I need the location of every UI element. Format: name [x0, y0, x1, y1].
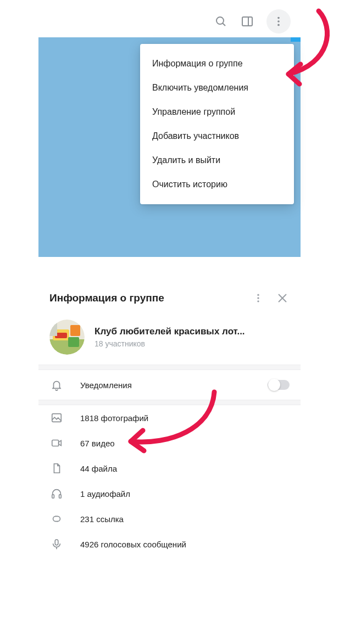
svg-rect-23: [59, 495, 62, 498]
group-info-panel: Информация о группе: [38, 279, 301, 557]
media-row-voice[interactable]: 4926 голосовых сообщений: [38, 531, 301, 557]
group-info-header: Информация о группе: [38, 279, 301, 313]
group-name: Клуб любителей красивых лот...: [95, 326, 245, 337]
svg-point-7: [257, 294, 259, 296]
svg-rect-14: [49, 339, 85, 355]
svg-rect-17: [68, 337, 79, 347]
section-divider: [38, 365, 301, 370]
menu-item-manage-group[interactable]: Управление группой: [140, 100, 294, 124]
svg-rect-21: [52, 440, 59, 446]
svg-rect-24: [55, 540, 58, 545]
media-audio-label: 1 аудиофайл: [80, 489, 290, 499]
search-icon[interactable]: [214, 14, 228, 29]
annotation-arrow-2: [110, 382, 225, 459]
media-row-audio[interactable]: 1 аудиофайл: [38, 481, 301, 506]
menu-item-group-info[interactable]: Информация о группе: [140, 52, 294, 76]
image-icon: [49, 411, 64, 425]
menu-item-delete-and-leave[interactable]: Удалить и выйти: [140, 148, 294, 172]
menu-item-enable-notifications[interactable]: Включить уведомления: [140, 76, 294, 100]
svg-line-1: [223, 23, 225, 26]
svg-point-0: [216, 17, 224, 24]
sidebar-toggle-icon[interactable]: [240, 14, 254, 29]
media-links-label: 231 ссылка: [80, 514, 290, 524]
group-avatar[interactable]: [49, 320, 85, 355]
svg-rect-2: [242, 17, 252, 26]
media-row-links[interactable]: 231 ссылка: [38, 506, 301, 531]
annotation-arrow-1: [272, 3, 338, 88]
close-icon[interactable]: [273, 289, 292, 307]
svg-point-8: [257, 297, 259, 299]
link-icon: [49, 512, 64, 526]
svg-point-9: [257, 300, 259, 302]
chat-toolbar: [38, 5, 301, 37]
group-summary-row: Клуб любителей красивых лот... 18 участн…: [38, 313, 301, 365]
media-voice-label: 4926 голосовых сообщений: [80, 540, 290, 549]
media-row-files[interactable]: 44 файла: [38, 456, 301, 481]
chat-header-panel: Информация о группе Включить уведомления…: [38, 5, 301, 257]
headphones-icon: [49, 486, 64, 501]
svg-rect-22: [52, 495, 54, 498]
notifications-toggle[interactable]: [268, 380, 290, 390]
microphone-icon: [49, 537, 64, 551]
menu-item-add-members[interactable]: Добавить участников: [140, 124, 294, 148]
bell-icon: [49, 378, 64, 392]
group-info-title: Информация о группе: [49, 292, 243, 304]
menu-item-clear-history[interactable]: Очистить историю: [140, 172, 294, 197]
media-files-label: 44 файла: [80, 464, 290, 473]
svg-rect-19: [49, 320, 57, 336]
more-icon[interactable]: [249, 289, 268, 307]
svg-rect-18: [70, 325, 80, 336]
svg-rect-20: [52, 414, 62, 422]
file-icon: [49, 461, 64, 475]
video-icon: [49, 436, 64, 450]
group-members-count: 18 участников: [95, 339, 245, 348]
more-menu-dropdown: Информация о группе Включить уведомления…: [140, 44, 294, 204]
